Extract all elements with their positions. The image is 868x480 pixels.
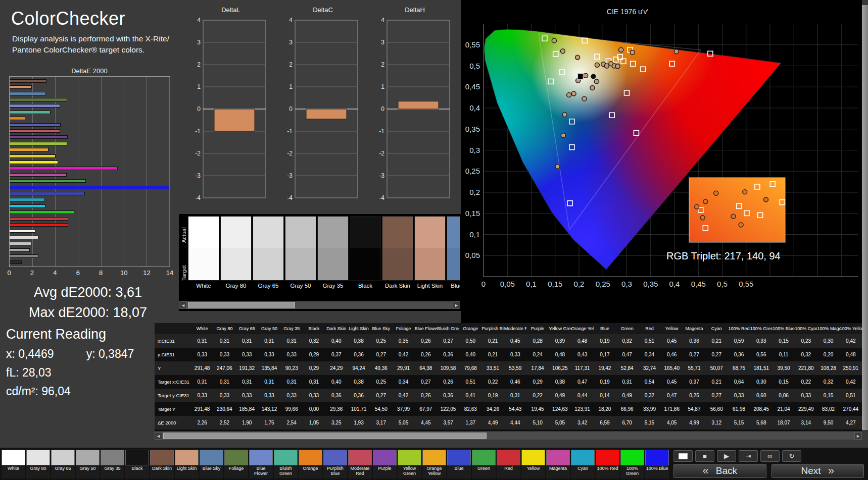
column-header: 100% Red — [728, 323, 750, 334]
deltae-bar-yellow — [10, 154, 56, 158]
table-scrollbar-thumb[interactable] — [163, 433, 487, 439]
refresh-button[interactable]: ↻ — [782, 450, 801, 462]
toolbar-patch-100-red[interactable]: 100% Red — [596, 450, 619, 478]
svg-text:0,5: 0,5 — [469, 62, 480, 70]
scroll-left-arrow-icon[interactable]: ◄ — [179, 301, 187, 309]
table-cell: 5,10 — [526, 416, 549, 430]
svg-text:-2: -2 — [287, 150, 293, 157]
table-scroll-right-arrow-icon[interactable]: ► — [854, 432, 862, 440]
pattern-window-button[interactable] — [673, 450, 693, 462]
deltae-bar-cyan — [10, 198, 45, 201]
toolbar-patch-moderate-red[interactable]: Moderate Red — [348, 450, 372, 478]
toolbar-patch-red[interactable]: Red — [497, 450, 520, 478]
step-button[interactable]: ⇥ — [739, 450, 758, 462]
table-cell: 0,51 — [840, 389, 862, 402]
toolbar-patch-orange[interactable]: Orange — [299, 450, 322, 478]
toolbar-patch-yellow[interactable]: Yellow — [521, 450, 545, 478]
strip-patch-dark-skin: Dark Skin — [382, 216, 413, 293]
toolbar-patch-orange-yellow[interactable]: Orange Yellow — [422, 450, 446, 478]
table-cell: 0,36 — [325, 389, 348, 402]
toolbar-patch-white[interactable]: White — [2, 450, 25, 478]
toolbar-patch-purplish-blue[interactable]: Purplish Blue — [323, 450, 347, 478]
toolbar-patch-blue-sky[interactable]: Blue Sky — [200, 450, 223, 478]
table-cell: 54,50 — [370, 402, 392, 416]
table-cell: 0,50 — [459, 334, 481, 348]
toolbar-patch-blue[interactable]: Blue — [447, 450, 471, 478]
table-scroll-left-arrow-icon[interactable]: ◄ — [155, 432, 162, 440]
next-button-label: Next — [801, 465, 821, 476]
patch-swatch — [521, 450, 545, 465]
patch-swatch — [249, 450, 273, 465]
table-cell: 0,33 — [280, 348, 303, 361]
strip-patch-gray-65: Gray 65 — [253, 216, 284, 293]
table-cell: 0,33 — [504, 348, 526, 361]
next-button[interactable]: Next » — [771, 464, 864, 478]
column-header: Purplish Blue — [481, 323, 504, 334]
toolbar-patch-gray-65[interactable]: Gray 65 — [51, 450, 75, 478]
toolbar-patch-magenta[interactable]: Magenta — [546, 450, 570, 478]
window-right-scrollbar[interactable] — [862, 5, 868, 430]
toolbar-patch-green[interactable]: Green — [472, 450, 496, 478]
toolbar-patch-dark-skin[interactable]: Dark Skin — [150, 450, 174, 478]
patch-swatch — [497, 450, 520, 465]
svg-text:-1: -1 — [379, 128, 384, 135]
column-header: Blue Sky — [370, 323, 392, 334]
next-arrow-icon: » — [828, 464, 834, 477]
table-cell: 0,06 — [773, 389, 795, 402]
table-cell: 61,98 — [728, 402, 750, 416]
table-cell: 181,51 — [750, 361, 773, 375]
column-header: Moderate Red — [504, 323, 526, 334]
toolbar-patch-bluish-green[interactable]: Bluish Green — [274, 450, 298, 478]
svg-text:0,2: 0,2 — [469, 188, 480, 196]
table-cell: 229,49 — [795, 402, 817, 416]
play-button[interactable]: ▶ — [717, 450, 736, 462]
patch-name: Bluish Green — [274, 465, 298, 478]
table-cell: 0,54 — [638, 375, 660, 389]
toolbar-patch-light-skin[interactable]: Light Skin — [175, 450, 199, 478]
scrollbar-thumb[interactable] — [188, 302, 295, 308]
table-cell: 18,07 — [773, 416, 795, 430]
stop-button[interactable]: ■ — [695, 450, 714, 462]
table-cell: 19,45 — [526, 402, 549, 416]
toolbar-patch-blue-flower[interactable]: Blue Flower — [249, 450, 273, 478]
toolbar-patch-100-green[interactable]: 100% Green — [620, 450, 644, 478]
patch-swatch — [398, 450, 421, 465]
toolbar-patch-black[interactable]: Black — [125, 450, 149, 478]
table-cell: 0,33 — [795, 389, 817, 402]
toolbar-patch-gray-35[interactable]: Gray 35 — [101, 450, 124, 478]
cie-measured-marker — [619, 47, 623, 52]
toolbar-patch-cyan[interactable]: Cyan — [571, 450, 595, 478]
patch-name: Dark Skin — [150, 465, 174, 478]
deltae-bar-orange-yellow — [10, 148, 49, 151]
table-cell: 0,47 — [661, 389, 683, 402]
svg-text:0,5: 0,5 — [717, 280, 728, 288]
patch-name: 100% Red — [596, 465, 619, 478]
table-cell: 0,46 — [504, 375, 526, 389]
table-cell: 0,33 — [303, 389, 325, 402]
svg-text:-1: -1 — [287, 128, 293, 135]
table-cell: 0,27 — [415, 375, 437, 389]
table-cell: 1,37 — [459, 416, 481, 430]
table-cell: 0,19 — [594, 375, 616, 389]
toolbar-patch-100-blue[interactable]: 100% Blue — [645, 450, 669, 478]
patch-swatch — [348, 450, 372, 465]
cie-selected-measured-marker — [591, 74, 596, 79]
toolbar-patch-gray-80[interactable]: Gray 80 — [26, 450, 50, 478]
scroll-right-arrow-icon[interactable]: ► — [453, 301, 460, 309]
column-header: Green — [616, 323, 638, 334]
loop-button[interactable]: ∞ — [760, 450, 780, 462]
table-scrollbar[interactable]: ◄ ► — [155, 432, 862, 440]
toolbar-patch-purple[interactable]: Purple — [373, 450, 397, 478]
inset-measured-marker — [695, 204, 699, 209]
swatch-strip-scrollbar[interactable]: ◄ ► — [179, 301, 460, 309]
toolbar-patch-yellow-green[interactable]: Yellow Green — [398, 450, 421, 478]
table-cell: 117,31 — [571, 361, 594, 375]
back-button[interactable]: « Back — [673, 464, 766, 478]
table-cell: 0,45 — [661, 334, 683, 348]
toolbar-patches: WhiteGray 80Gray 65Gray 50Gray 35BlackDa… — [1, 449, 669, 479]
toolbar-patch-gray-50[interactable]: Gray 50 — [76, 450, 100, 478]
table-cell: 0,34 — [392, 375, 414, 389]
deltah-chart: DeltaH43210-1-2-3-4 — [377, 6, 453, 208]
toolbar-patch-foliage[interactable]: Foliage — [224, 450, 248, 478]
deltae-bar-gray-65 — [10, 242, 31, 245]
